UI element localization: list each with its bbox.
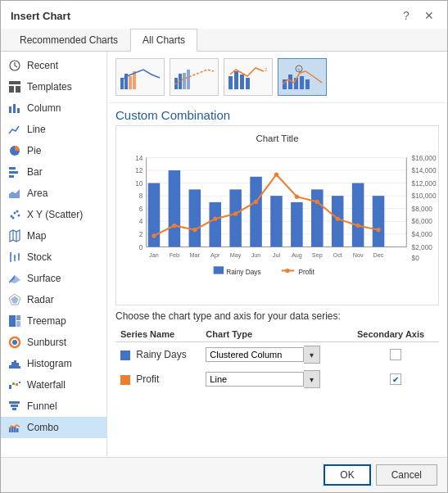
svg-rect-30 <box>16 315 20 320</box>
sidebar-item-waterfall[interactable]: Waterfall <box>1 374 106 396</box>
sidebar-item-funnel[interactable]: Funnel <box>1 396 106 417</box>
section-title: Custom Combination <box>107 103 447 125</box>
main-panel: 2 ✎ Custom Combi <box>107 52 447 457</box>
svg-point-114 <box>233 211 238 215</box>
table-row: Rainy Days Clustered Column Line Area <box>115 342 439 368</box>
svg-text:$2,000: $2,000 <box>412 243 433 251</box>
secondary-axis-checkbox-0[interactable] <box>390 349 401 360</box>
chart-thumb-3[interactable]: 2 <box>224 58 273 96</box>
svg-rect-40 <box>12 382 15 385</box>
sidebar-item-stock[interactable]: Stock <box>1 246 106 268</box>
chart-thumb-1[interactable] <box>115 58 165 96</box>
svg-point-117 <box>295 195 299 199</box>
svg-rect-99 <box>169 170 181 246</box>
tab-recommended-charts[interactable]: Recommended Charts <box>7 29 130 52</box>
stock-icon <box>7 250 22 265</box>
svg-text:2: 2 <box>139 230 143 238</box>
svg-marker-28 <box>11 296 18 303</box>
chart-thumb-4[interactable]: ✎ <box>278 58 327 96</box>
sidebar-item-map[interactable]: Map <box>1 225 106 246</box>
sidebar-label-pie: Pie <box>27 145 41 156</box>
svg-text:Jan: Jan <box>149 251 159 259</box>
sidebar-label-recent: Recent <box>27 60 58 71</box>
col-chart-type: Chart Type <box>201 327 341 342</box>
chart-type-select-0[interactable]: Clustered Column Line Area <box>206 347 304 362</box>
svg-text:4: 4 <box>139 217 143 225</box>
dropdown-arrow-1[interactable]: ▾ <box>304 370 320 388</box>
svg-rect-67 <box>305 79 310 89</box>
svg-rect-44 <box>11 405 18 407</box>
series-color-1 <box>120 375 130 385</box>
svg-text:$12,000: $12,000 <box>412 179 437 188</box>
sidebar-item-sunburst[interactable]: Sunburst <box>1 332 106 353</box>
svg-text:$14,000: $14,000 <box>412 166 437 174</box>
svg-rect-107 <box>332 196 344 246</box>
ok-button[interactable]: OK <box>324 464 370 486</box>
sidebar-item-surface[interactable]: Surface <box>1 268 106 289</box>
svg-text:$4,000: $4,000 <box>412 230 433 238</box>
svg-point-118 <box>315 200 319 204</box>
svg-text:Sep: Sep <box>312 251 323 259</box>
sidebar-item-combo[interactable]: Combo <box>1 417 106 438</box>
sidebar-item-area[interactable]: Area <box>1 183 106 204</box>
svg-text:Jun: Jun <box>251 251 261 259</box>
combo-icon <box>7 420 22 435</box>
sidebar-label-sunburst: Sunburst <box>27 337 66 348</box>
sidebar-item-radar[interactable]: Radar <box>1 289 106 310</box>
sidebar-item-templates[interactable]: Templates <box>1 76 106 97</box>
sidebar-item-treemap[interactable]: Treemap <box>1 310 106 332</box>
svg-rect-56 <box>183 73 186 89</box>
sunburst-icon <box>7 335 22 350</box>
help-button[interactable]: ? <box>398 7 414 24</box>
sidebar-item-recent[interactable]: Recent <box>1 55 106 76</box>
svg-rect-134 <box>214 266 224 274</box>
svg-rect-5 <box>13 104 16 113</box>
series-config-title: Choose the chart type and axis for your … <box>115 310 439 322</box>
sidebar-item-column[interactable]: Column <box>1 97 106 119</box>
dropdown-arrow-0[interactable]: ▾ <box>304 346 320 364</box>
svg-rect-1 <box>9 81 20 84</box>
title-bar: Insert Chart ? ✕ <box>1 1 447 29</box>
series-name-0: Rainy Days <box>115 342 201 368</box>
sidebar-label-map: Map <box>27 230 46 242</box>
secondary-axis-cell-0 <box>352 342 439 368</box>
sidebar-item-bar[interactable]: Bar <box>1 161 106 183</box>
table-row: Profit Line Clustered Column Area ▾ <box>115 367 439 391</box>
series-config: Choose the chart type and axis for your … <box>107 305 447 396</box>
svg-rect-37 <box>16 363 19 369</box>
svg-rect-49 <box>16 428 19 432</box>
sidebar-label-stock: Stock <box>27 251 52 263</box>
svg-rect-57 <box>187 70 190 89</box>
svg-rect-102 <box>229 189 242 246</box>
svg-rect-104 <box>270 196 283 246</box>
svg-rect-52 <box>129 76 132 89</box>
sidebar-item-pie[interactable]: Pie <box>1 140 106 161</box>
map-icon <box>7 228 22 243</box>
chart-type-select-1[interactable]: Line Clustered Column Area <box>206 372 304 387</box>
sidebar-label-templates: Templates <box>27 81 72 93</box>
svg-rect-60 <box>240 75 244 89</box>
chart-title-text: Chart Title <box>256 133 299 143</box>
insert-chart-dialog: Insert Chart ? ✕ Recommended Charts All … <box>0 0 448 493</box>
tab-all-charts[interactable]: All Charts <box>130 29 197 52</box>
title-bar-buttons: ? ✕ <box>398 7 437 24</box>
close-button[interactable]: ✕ <box>421 7 437 24</box>
cancel-button[interactable]: Cancel <box>376 464 437 486</box>
svg-text:12: 12 <box>135 166 143 174</box>
sidebar-item-histogram[interactable]: Histogram <box>1 353 106 374</box>
svg-point-111 <box>172 224 176 228</box>
chart-thumb-2[interactable] <box>170 58 219 96</box>
secondary-axis-checkbox-1[interactable]: ✔ <box>390 373 401 385</box>
svg-rect-59 <box>234 71 238 89</box>
svg-rect-38 <box>19 366 20 369</box>
sidebar-item-xy-scatter[interactable]: X Y (Scatter) <box>1 204 106 225</box>
column-icon <box>7 101 22 115</box>
svg-text:$0: $0 <box>412 254 420 262</box>
histogram-icon <box>7 356 22 371</box>
chart-type-cell-1: Line Clustered Column Area ▾ <box>201 367 341 391</box>
dialog-title: Insert Chart <box>11 10 70 22</box>
sidebar-item-line[interactable]: Line <box>1 119 106 140</box>
svg-rect-58 <box>229 76 233 89</box>
svg-point-16 <box>18 215 20 217</box>
treemap-icon <box>7 314 22 328</box>
